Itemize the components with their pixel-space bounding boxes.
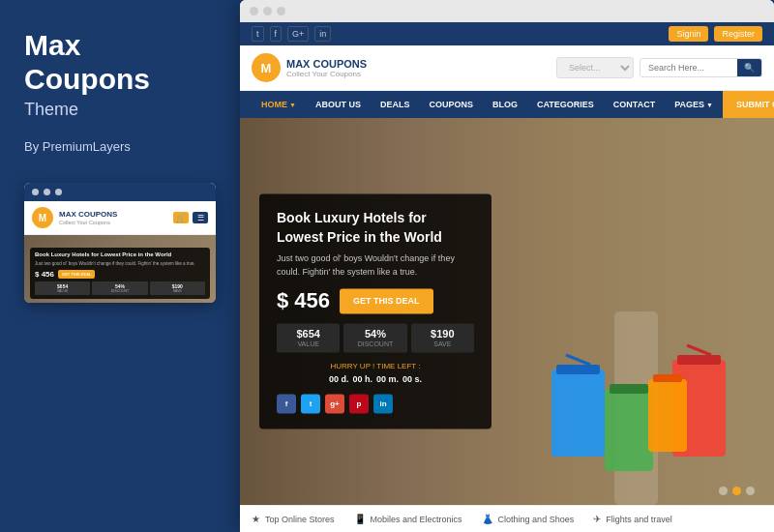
hero-section: Book Luxury Hotels for Lowest Price in t… (240, 118, 774, 505)
flights-label: Flights and travel (606, 515, 672, 524)
mini-price-row: $ 456 GET THIS DEAL (35, 270, 205, 279)
share-linkedin[interactable]: in (373, 395, 393, 414)
svg-rect-9 (648, 379, 687, 452)
top-bar-right: Signin Register (669, 26, 762, 42)
clothing-label: Clothing and Shoes (498, 515, 575, 524)
social-linkedin[interactable]: in (314, 26, 331, 42)
mini-hero-card: Book Luxury Hotels for Lowest Price in t… (30, 248, 210, 299)
site-logo: M MAX COUPONS Collect Your Coupons (252, 53, 367, 82)
social-facebook[interactable]: f (270, 26, 283, 42)
timer-minutes: 00 m. (376, 375, 399, 385)
svg-rect-7 (605, 389, 653, 471)
left-title: Max Coupons Theme (24, 29, 216, 120)
search-button[interactable]: 🔍 (737, 59, 761, 76)
browser-titlebar (240, 0, 774, 22)
svg-line-6 (687, 345, 711, 355)
slider-dot-1[interactable] (719, 487, 728, 495)
svg-rect-2 (556, 365, 600, 374)
nav-blog[interactable]: BLOG (483, 91, 527, 118)
nav-about[interactable]: ABOUT US (306, 91, 371, 118)
mini-dot-3 (55, 189, 62, 195)
bottom-item-mobiles[interactable]: 📱 Mobiles and Electronics (354, 514, 462, 524)
search-wrap: 🔍 (640, 58, 762, 77)
slider-dot-3[interactable] (746, 487, 755, 495)
share-facebook[interactable]: f (277, 395, 296, 414)
share-googleplus[interactable]: g+ (325, 395, 344, 414)
hero-price: $ 456 (277, 289, 330, 314)
category-select[interactable]: Select... (556, 57, 634, 78)
nav-home[interactable]: HOME ▼ (252, 91, 306, 118)
search-input[interactable] (640, 59, 737, 76)
left-panel: Max Coupons Theme By PremiumLayers M MAX… (0, 0, 240, 532)
top-social-bar: t f G+ in Signin Register (240, 22, 774, 45)
mini-cart-icon: 🛒 (173, 212, 189, 223)
mini-dot-2 (44, 189, 50, 195)
hero-stat-save: $190 SAVE (411, 324, 474, 353)
hero-stat-value: $654 VALUE (277, 324, 340, 353)
social-googleplus[interactable]: G+ (287, 26, 309, 42)
svg-rect-10 (653, 374, 682, 382)
main-browser: t f G+ in Signin Register M MAX COUPONS … (240, 0, 774, 532)
hero-social-buttons: f t g+ p in (277, 395, 474, 414)
mobiles-icon: 📱 (354, 514, 366, 524)
register-button[interactable]: Register (714, 26, 762, 42)
timer-label: HURRY UP ! TIME LEFT : (277, 363, 474, 371)
share-pinterest[interactable]: p (349, 395, 369, 414)
mini-browser: M MAX COUPONS Collect Your Coupons 🛒 ☰ B… (24, 183, 216, 303)
timer-hours: 00 h. (352, 375, 372, 385)
stores-icon: ★ (252, 514, 260, 524)
bottom-item-flights[interactable]: ✈ Flights and travel (593, 514, 672, 524)
submit-coupon-button[interactable]: SUBMIT COUPON & DEAL (723, 91, 774, 118)
mini-deal-btn[interactable]: GET THIS DEAL (58, 270, 95, 279)
shopping-bags-svg (532, 292, 745, 505)
hero-card: Book Luxury Hotels for Lowest Price in t… (259, 193, 491, 429)
hero-card-title: Book Luxury Hotels for Lowest Price in t… (277, 209, 474, 247)
home-arrow: ▼ (289, 102, 296, 108)
mini-stat-discount: 54% DISCOUNT (92, 281, 147, 295)
mini-header-icons: 🛒 ☰ (173, 212, 208, 223)
share-twitter[interactable]: t (301, 395, 320, 414)
timer-days: 00 d. (329, 375, 349, 385)
mobiles-label: Mobiles and Electronics (371, 515, 462, 524)
svg-rect-5 (677, 355, 721, 365)
signin-button[interactable]: Signin (669, 26, 708, 42)
mini-menu-icon: ☰ (193, 212, 208, 223)
logo-name: MAX COUPONS (286, 58, 367, 70)
mini-header: M MAX COUPONS Collect Your Coupons 🛒 ☰ (24, 201, 216, 235)
app-title: Max Coupons (24, 29, 216, 96)
browser-dot-2 (263, 7, 272, 15)
logo-icon: M (252, 53, 281, 82)
bottom-item-clothing[interactable]: 👗 Clothing and Shoes (482, 514, 575, 524)
nav-categories[interactable]: CATEGORIES (527, 91, 604, 118)
slider-dot-2[interactable] (732, 487, 741, 495)
flights-icon: ✈ (593, 514, 601, 524)
hero-price-row: $ 456 GET THIS DEAL (277, 289, 474, 314)
hero-slider-dots (719, 487, 755, 495)
nav-pages[interactable]: PAGES ▼ (665, 91, 723, 118)
nav-coupons[interactable]: COUPONS (419, 91, 483, 118)
main-nav: HOME ▼ ABOUT US DEALS COUPONS BLOG CATEG… (240, 91, 774, 118)
hero-timer: 00 d. 00 h. 00 m. 00 s. (277, 375, 474, 385)
mini-hero-section: Book Luxury Hotels for Lowest Price in t… (24, 235, 216, 303)
clothing-icon: 👗 (482, 514, 493, 524)
header-search: Select... 🔍 (556, 57, 762, 78)
mini-card-desc: Just two good ol' boys Wouldn't change i… (35, 261, 205, 267)
mini-price: $ 456 (35, 270, 54, 279)
hero-image (532, 128, 745, 505)
nav-contact[interactable]: CONTACT (604, 91, 665, 118)
bottom-bar: ★ Top Online Stores 📱 Mobiles and Electr… (240, 505, 774, 532)
nav-deals[interactable]: DEALS (371, 91, 420, 118)
svg-rect-8 (610, 384, 648, 394)
svg-line-3 (566, 355, 590, 365)
hero-stat-discount: 54% DISCOUNT (343, 324, 406, 353)
site-header: M MAX COUPONS Collect Your Coupons Selec… (240, 45, 774, 91)
browser-dot-1 (250, 7, 258, 15)
hero-deal-button[interactable]: GET THIS DEAL (340, 289, 433, 314)
stores-label: Top Online Stores (265, 515, 335, 524)
mini-logo-sub: Collect Your Coupons (59, 220, 117, 225)
mini-logo-name: MAX COUPONS (59, 210, 117, 220)
social-twitter[interactable]: t (252, 26, 264, 42)
mini-logo-icon: M (32, 207, 53, 228)
bottom-item-stores[interactable]: ★ Top Online Stores (252, 514, 335, 524)
mini-browser-bar (24, 183, 216, 201)
